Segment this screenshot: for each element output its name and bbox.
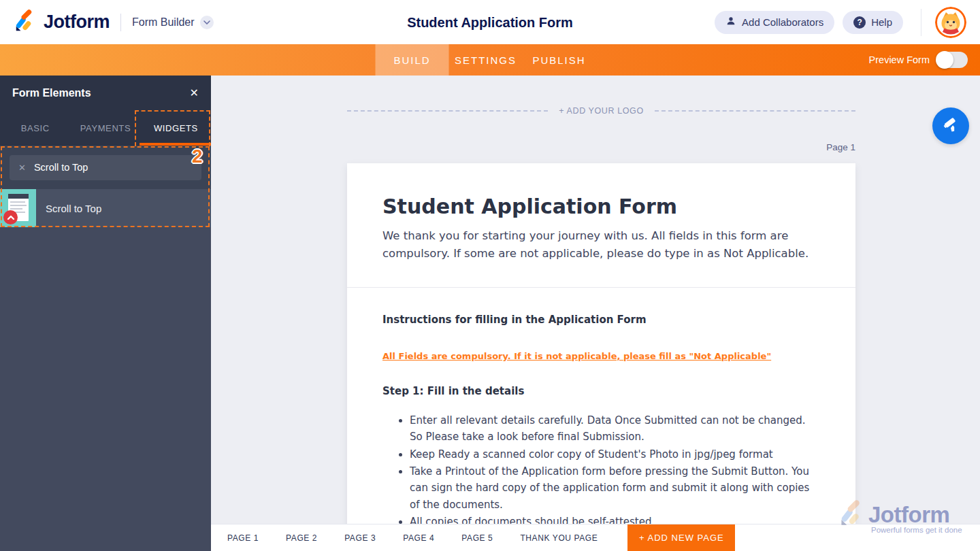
- dashed-line: [655, 110, 855, 112]
- step-heading: Step 1: Fill in the details: [382, 385, 820, 397]
- form-elements-panel: Form Elements ✕ BASIC PAYMENTS WIDGETS ✕: [0, 76, 211, 551]
- add-logo-area[interactable]: + ADD YOUR LOGO: [347, 106, 855, 116]
- widget-search-area: ✕: [0, 146, 211, 189]
- add-logo-label: + ADD YOUR LOGO: [559, 106, 643, 116]
- nav-tabs: BUILD SETTINGS PUBLISH: [376, 44, 596, 76]
- tab-widgets[interactable]: WIDGETS: [141, 111, 211, 146]
- tab-basic[interactable]: BASIC: [0, 111, 70, 146]
- form-designer-button[interactable]: [932, 107, 969, 144]
- close-icon[interactable]: ✕: [190, 88, 199, 99]
- widget-search-input[interactable]: [34, 162, 184, 173]
- product-label: Form Builder: [132, 16, 195, 29]
- page-tab-4[interactable]: PAGE 4: [403, 533, 434, 543]
- list-item: Enter all relevant details carefully. Da…: [410, 412, 820, 446]
- brand-name: Jotform: [44, 12, 110, 33]
- widget-result-scroll-to-top[interactable]: Scroll to Top: [0, 189, 211, 227]
- clear-search-icon[interactable]: ✕: [18, 163, 26, 173]
- page-indicator: Page 1: [826, 142, 855, 152]
- add-collaborators-button[interactable]: Add Collaborators: [715, 11, 834, 34]
- form-canvas: + ADD YOUR LOGO Page 1 Student Applicati…: [211, 76, 980, 551]
- preview-form-label: Preview Form: [869, 54, 930, 65]
- top-header: Jotform Form Builder Student Application…: [0, 0, 980, 44]
- add-new-page-button[interactable]: + ADD NEW PAGE: [627, 524, 735, 551]
- element-tabs: BASIC PAYMENTS WIDGETS: [0, 111, 211, 146]
- widget-result-label: Scroll to Top: [46, 203, 101, 214]
- page-tab-5[interactable]: PAGE 5: [461, 533, 493, 543]
- widget-icon-page: [8, 194, 29, 221]
- page-navigation-bar: PAGE 1 PAGE 2 PAGE 3 PAGE 4 PAGE 5 THANK…: [211, 524, 980, 551]
- active-tab-indicator: [140, 143, 211, 146]
- preview-form-toggle[interactable]: [936, 52, 968, 68]
- header-actions: Add Collaborators ? Help: [715, 7, 966, 38]
- list-item: Keep Ready a scanned color copy of Stude…: [410, 446, 820, 463]
- form-elements-header: Form Elements ✕: [0, 76, 211, 111]
- header-divider: [921, 9, 921, 36]
- page-tab-1[interactable]: PAGE 1: [227, 533, 259, 543]
- arrow-up-icon: [3, 210, 18, 224]
- help-label: Help: [871, 16, 892, 28]
- jotform-logo[interactable]: Jotform: [14, 10, 110, 35]
- tab-payments[interactable]: PAYMENTS: [70, 111, 140, 146]
- preview-form-control: Preview Form: [869, 44, 980, 76]
- help-icon: ?: [853, 16, 866, 29]
- list-item: Take a Printout of the Application form …: [410, 463, 820, 513]
- main-nav-bar: BUILD SETTINGS PUBLISH Preview Form: [0, 44, 980, 76]
- add-collaborators-label: Add Collaborators: [742, 16, 823, 28]
- user-avatar[interactable]: [935, 7, 966, 38]
- form-subtitle[interactable]: We thank you for starting your journey w…: [382, 227, 820, 263]
- form-heading-block[interactable]: Student Application Form We thank you fo…: [347, 163, 855, 288]
- instructions-heading: Instructions for filling in the Applicat…: [382, 314, 820, 326]
- dashed-line: [347, 110, 548, 112]
- tab-settings[interactable]: SETTINGS: [449, 44, 523, 76]
- header-divider: [120, 14, 121, 31]
- user-icon: [725, 16, 736, 29]
- product-switcher[interactable]: Form Builder: [132, 16, 214, 29]
- jotform-logo-icon: [14, 10, 37, 35]
- page-tab-2[interactable]: PAGE 2: [286, 533, 317, 543]
- toggle-knob: [936, 51, 953, 69]
- form-instructions-block[interactable]: Instructions for filling in the Applicat…: [347, 288, 855, 551]
- form-builder-app: Jotform Form Builder Student Application…: [0, 0, 980, 551]
- form-title[interactable]: Student Application Form: [382, 195, 820, 218]
- tab-build[interactable]: BUILD: [376, 44, 449, 76]
- form-title-header[interactable]: Student Application Form: [407, 14, 573, 30]
- page-tab-3[interactable]: PAGE 3: [344, 533, 376, 543]
- form-elements-title: Form Elements: [12, 87, 91, 99]
- help-button[interactable]: ? Help: [843, 11, 903, 34]
- compulsory-note: All Fields are compulsory. If it is not …: [382, 351, 771, 361]
- form-preview-card[interactable]: Student Application Form We thank you fo…: [347, 163, 855, 551]
- chevron-down-icon: [200, 16, 214, 29]
- widget-search-box[interactable]: ✕: [10, 155, 201, 180]
- paint-roller-icon: [942, 116, 960, 136]
- tab-publish[interactable]: PUBLISH: [523, 44, 596, 76]
- scroll-to-top-widget-icon: [0, 189, 36, 227]
- page-tab-thank-you[interactable]: THANK YOU PAGE: [520, 533, 598, 543]
